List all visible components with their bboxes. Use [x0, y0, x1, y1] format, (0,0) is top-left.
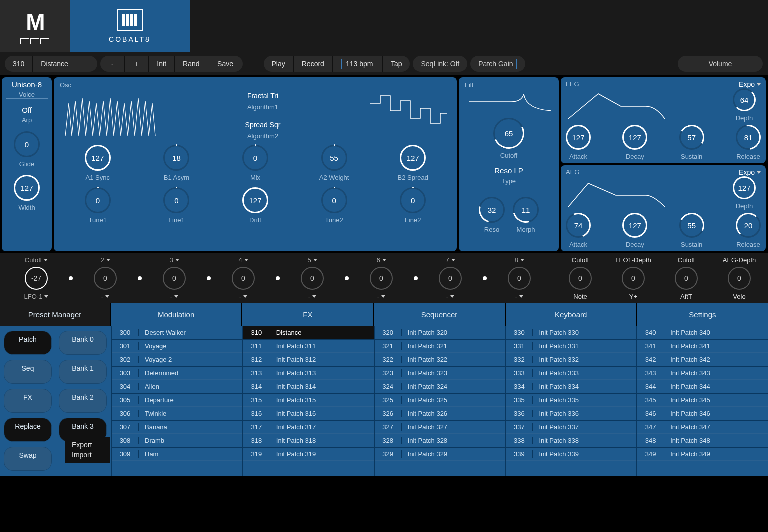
preset-row[interactable]: 330Init Patch 330	[506, 326, 636, 340]
preset-row[interactable]: 327Init Patch 327	[375, 420, 506, 434]
preset-row[interactable]: 334Init Patch 334	[506, 380, 636, 394]
import-menu-item[interactable]: Import	[72, 450, 103, 460]
preset-row[interactable]: 303Determined	[112, 366, 242, 380]
preset-row[interactable]: 322Init Patch 322	[375, 353, 506, 366]
preset-row[interactable]: 301Voyage	[112, 340, 242, 353]
mod-slot-1[interactable]: Cutoff -27 LFO-1	[4, 256, 69, 300]
feg-release-knob[interactable]: 81 Release	[736, 125, 761, 160]
preset-bank-2-button[interactable]: Bank 2	[59, 389, 107, 413]
preset-fx-button[interactable]: FX	[4, 389, 52, 413]
tab-fx[interactable]: FX	[242, 304, 374, 326]
rand-button[interactable]: Rand	[174, 56, 208, 72]
preset-row[interactable]: 346Init Patch 346	[638, 407, 768, 420]
aeg-release-knob[interactable]: 20 Release	[736, 213, 761, 248]
tab-settings[interactable]: Settings	[638, 304, 768, 326]
preset-row[interactable]: 311Init Patch 311	[244, 340, 374, 353]
preset-row[interactable]: 320Init Patch 320	[375, 326, 506, 340]
preset-row[interactable]: 343Init Patch 343	[638, 366, 768, 380]
feg-depth-knob[interactable]: 64 Depth	[733, 88, 756, 122]
play-button[interactable]: Play	[264, 56, 294, 72]
osc-knob-fine2[interactable]: 0 Fine2	[376, 188, 450, 224]
next-patch-button[interactable]: +	[124, 56, 148, 72]
aeg-decay-knob[interactable]: 127 Decay	[622, 213, 648, 248]
preset-row[interactable]: 316Init Patch 316	[244, 407, 374, 420]
preset-row[interactable]: 342Init Patch 342	[638, 353, 768, 366]
prev-patch-button[interactable]: -	[100, 56, 124, 72]
patch-number[interactable]: 310	[5, 56, 32, 72]
tap-button[interactable]: Tap	[382, 56, 410, 72]
feg-sustain-knob[interactable]: 57 Sustain	[680, 125, 704, 160]
preset-row[interactable]: 345Init Patch 345	[638, 394, 768, 407]
preset-row[interactable]: 339Init Patch 339	[506, 448, 636, 461]
tab-keyboard[interactable]: Keyboard	[506, 304, 638, 326]
osc-knob-fine1[interactable]: 0 Fine1	[140, 188, 214, 224]
preset-row[interactable]: 340Init Patch 340	[638, 326, 768, 340]
preset-row[interactable]: 329Init Patch 329	[375, 448, 506, 461]
mod-slot-8[interactable]: 8 0 -	[487, 256, 552, 300]
arp-mode[interactable]: Off Arp	[6, 106, 48, 124]
mod-slot-2[interactable]: 2 0 -	[73, 256, 138, 300]
preset-row[interactable]: 318Init Patch 318	[244, 434, 374, 448]
export-menu-item[interactable]: Export	[72, 440, 103, 450]
tab-preset-manager[interactable]: Preset Manager	[0, 304, 111, 326]
osc-knob-b2-spread[interactable]: 127 B2 Spread	[376, 145, 450, 182]
save-button[interactable]: Save	[208, 56, 243, 72]
tab-modulation[interactable]: Modulation	[111, 304, 242, 326]
preset-row[interactable]: 341Init Patch 341	[638, 340, 768, 353]
osc-knob-tune2[interactable]: 0 Tune2	[298, 188, 372, 224]
preset-row[interactable]: 337Init Patch 337	[506, 420, 636, 434]
mod-slot-4[interactable]: 4 0 -	[211, 256, 276, 300]
preset-row[interactable]: 304Alien	[112, 380, 242, 394]
mod-fixed-3[interactable]: Cutoff 0 AftT	[662, 256, 711, 300]
preset-row[interactable]: 335Init Patch 335	[506, 394, 636, 407]
feg-curve-select[interactable]: Expo	[739, 80, 761, 88]
filter-type-select[interactable]: Reso LP Type	[486, 166, 532, 185]
preset-row[interactable]: 333Init Patch 333	[506, 366, 636, 380]
preset-row[interactable]: 344Init Patch 344	[638, 380, 768, 394]
osc-knob-tune1[interactable]: 0 Tune1	[61, 188, 135, 224]
mod-slot-6[interactable]: 6 0 -	[349, 256, 414, 300]
algorithm1-select[interactable]: Fractal Tri Algorithm1	[168, 92, 358, 111]
preset-row[interactable]: 302Voyage 2	[112, 353, 242, 366]
osc-knob-a2-weight[interactable]: 55 A2 Weight	[298, 145, 372, 182]
reso-knob[interactable]: 32 Reso	[479, 197, 505, 234]
patch-gain-button[interactable]: Patch Gain	[470, 56, 525, 72]
preset-row[interactable]: 310Distance	[244, 326, 374, 340]
morph-knob[interactable]: 11 Morph	[513, 197, 539, 234]
osc-knob-mix[interactable]: 0 Mix	[218, 145, 292, 182]
preset-seq-button[interactable]: Seq	[4, 360, 52, 384]
patch-name[interactable]: Distance	[32, 56, 98, 72]
mod-fixed-1[interactable]: Cutoff 0 Note	[556, 256, 605, 300]
bank-context-menu[interactable]: Export Import	[65, 437, 110, 463]
preset-patch-button[interactable]: Patch	[4, 331, 52, 355]
preset-row[interactable]: 307Banana	[112, 420, 242, 434]
tab-sequencer[interactable]: Sequencer	[374, 304, 506, 326]
preset-row[interactable]: 324Init Patch 324	[375, 380, 506, 394]
preset-row[interactable]: 349Init Patch 349	[638, 448, 768, 461]
preset-row[interactable]: 323Init Patch 323	[375, 366, 506, 380]
preset-row[interactable]: 314Init Patch 314	[244, 380, 374, 394]
preset-row[interactable]: 325Init Patch 325	[375, 394, 506, 407]
preset-row[interactable]: 306Twinkle	[112, 407, 242, 420]
volume-button[interactable]: Volume	[678, 56, 763, 72]
preset-bank-0-button[interactable]: Bank 0	[59, 331, 107, 355]
preset-row[interactable]: 308Dramb	[112, 434, 242, 448]
osc-knob-drift[interactable]: 127 Drift	[218, 188, 292, 224]
mod-slot-5[interactable]: 5 0 -	[280, 256, 345, 300]
mod-fixed-2[interactable]: LFO1-Depth 0 Y+	[609, 256, 658, 300]
voice-mode[interactable]: Unison-8 Voice	[6, 80, 48, 99]
glide-knob[interactable]: 0 Glide	[6, 132, 48, 168]
width-knob[interactable]: 127 Width	[6, 175, 48, 212]
preset-row[interactable]: 348Init Patch 348	[638, 434, 768, 448]
preset-row[interactable]: 309Ham	[112, 448, 242, 461]
algorithm2-select[interactable]: Spread Sqr Algorithm2	[168, 121, 358, 140]
preset-bank-1-button[interactable]: Bank 1	[59, 360, 107, 384]
preset-row[interactable]: 321Init Patch 321	[375, 340, 506, 353]
preset-row[interactable]: 300Desert Walker	[112, 326, 242, 340]
preset-row[interactable]: 319Init Patch 319	[244, 448, 374, 461]
cutoff-knob[interactable]: 65 Cutoff	[494, 118, 524, 160]
preset-replace-button[interactable]: Replace	[4, 418, 52, 442]
mod-fixed-4[interactable]: AEG-Depth 0 Velo	[715, 256, 764, 300]
preset-row[interactable]: 336Init Patch 336	[506, 407, 636, 420]
feg-decay-knob[interactable]: 127 Decay	[622, 125, 648, 160]
